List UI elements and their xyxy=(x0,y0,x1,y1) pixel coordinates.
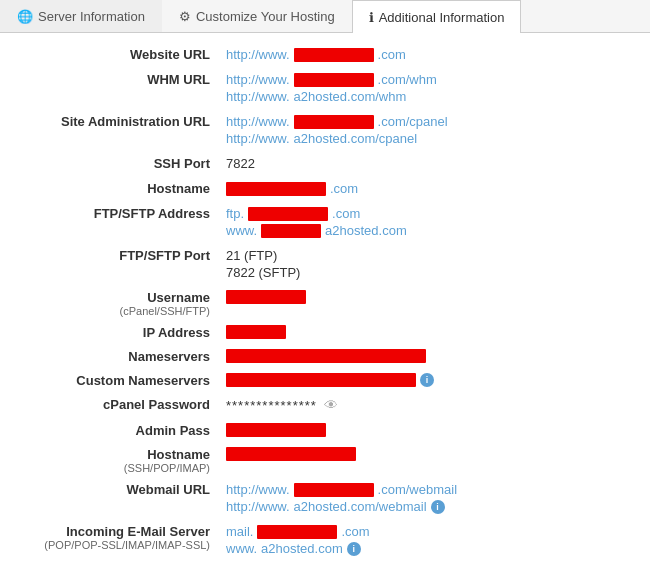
table-row: Site Administration URLhttp://www..com/c… xyxy=(20,110,630,152)
value-line: 7822 (SFTP) xyxy=(226,265,624,280)
row-value: mail..comwww.a2hosted.comi xyxy=(220,520,630,562)
tab-server-info-label: Server Information xyxy=(38,9,145,24)
value-line: http://www.a2hosted.com/webmaili xyxy=(226,499,624,514)
value-prefix: http://www. xyxy=(226,131,290,146)
redacted-block xyxy=(226,423,326,437)
info-icon[interactable]: i xyxy=(420,373,434,387)
redacted-block xyxy=(261,224,321,238)
value-line xyxy=(226,423,624,437)
value-suffix: a2hosted.com/whm xyxy=(294,89,407,104)
server-icon: 🌐 xyxy=(17,9,33,24)
row-sublabel: (cPanel/SSH/FTP) xyxy=(26,305,210,317)
value-prefix: http://www. xyxy=(226,499,290,514)
table-row: Hostname(SSH/POP/IMAP) xyxy=(20,443,630,478)
row-value xyxy=(220,321,630,345)
redacted-block xyxy=(294,115,374,129)
tab-customize[interactable]: ⚙ Customize Your Hosting xyxy=(162,0,352,32)
table-row: SSH Port7822 xyxy=(20,152,630,177)
row-label: Website URL xyxy=(20,43,220,68)
value-prefix: ftp. xyxy=(226,206,244,221)
value-line: http://www..com/webmail xyxy=(226,482,624,497)
row-label: WHM URL xyxy=(20,68,220,110)
value-prefix: http://www. xyxy=(226,114,290,129)
redacted-block xyxy=(294,483,374,497)
row-value: ***************👁 xyxy=(220,393,630,419)
table-row: Website URLhttp://www..com xyxy=(20,43,630,68)
table-row: Incoming E-Mail Server(POP/POP-SSL/IMAP/… xyxy=(20,520,630,562)
row-label: IP Address xyxy=(20,321,220,345)
row-label: Hostname(SSH/POP/IMAP) xyxy=(20,443,220,478)
value-suffix: a2hosted.com xyxy=(325,223,407,238)
table-row: Username(cPanel/SSH/FTP) xyxy=(20,286,630,321)
value-line: ftp..com xyxy=(226,206,624,221)
value-line: http://www..com/whm xyxy=(226,72,624,87)
table-row: FTP/SFTP Port21 (FTP)7822 (SFTP) xyxy=(20,244,630,286)
tab-server-info[interactable]: 🌐 Server Information xyxy=(0,0,162,32)
value-suffix: .com xyxy=(378,47,406,62)
row-value: ftp..comwww.a2hosted.com xyxy=(220,202,630,244)
value-prefix: www. xyxy=(226,223,257,238)
table-row: cPanel Password***************👁 xyxy=(20,393,630,419)
value-line xyxy=(226,290,624,304)
info-table: Website URLhttp://www..comWHM URLhttp://… xyxy=(20,43,630,562)
row-value: i xyxy=(220,369,630,393)
table-row: FTP/SFTP Addressftp..comwww.a2hosted.com xyxy=(20,202,630,244)
value-suffix: a2hosted.com/webmail xyxy=(294,499,427,514)
row-value: http://www..com/webmailhttp://www.a2host… xyxy=(220,478,630,520)
tabs-container: 🌐 Server Information ⚙ Customize Your Ho… xyxy=(0,0,650,33)
redacted-block xyxy=(294,73,374,87)
row-value: .com xyxy=(220,177,630,202)
redacted-block xyxy=(226,349,426,363)
redacted-block xyxy=(248,207,328,221)
value-line: http://www.a2hosted.com/cpanel xyxy=(226,131,624,146)
value-suffix: .com xyxy=(332,206,360,221)
value-suffix: .com/cpanel xyxy=(378,114,448,129)
table-row: Hostname.com xyxy=(20,177,630,202)
redacted-block xyxy=(257,525,337,539)
value-prefix: http://www. xyxy=(226,482,290,497)
value-prefix: http://www. xyxy=(226,89,290,104)
table-row: Nameservers xyxy=(20,345,630,369)
info-icon[interactable]: i xyxy=(431,500,445,514)
row-label: Username(cPanel/SSH/FTP) xyxy=(20,286,220,321)
row-label: FTP/SFTP Port xyxy=(20,244,220,286)
row-label: Custom Nameservers xyxy=(20,369,220,393)
table-row: Webmail URLhttp://www..com/webmailhttp:/… xyxy=(20,478,630,520)
tab-additional-label: Additional Information xyxy=(379,10,505,25)
table-row: Custom Nameserversi xyxy=(20,369,630,393)
value-prefix: www. xyxy=(226,541,257,556)
tab-customize-label: Customize Your Hosting xyxy=(196,9,335,24)
value-prefix: http://www. xyxy=(226,47,290,62)
value-line: http://www..com xyxy=(226,47,624,62)
tab-bar: 🌐 Server Information ⚙ Customize Your Ho… xyxy=(0,0,650,33)
value-suffix: .com xyxy=(341,524,369,539)
row-value: 21 (FTP)7822 (SFTP) xyxy=(220,244,630,286)
row-value xyxy=(220,286,630,321)
value-prefix: mail. xyxy=(226,524,253,539)
row-value: http://www..com/whmhttp://www.a2hosted.c… xyxy=(220,68,630,110)
value-line: 21 (FTP) xyxy=(226,248,624,263)
row-label: cPanel Password xyxy=(20,393,220,419)
row-value: http://www..com xyxy=(220,43,630,68)
value-line: www.a2hosted.com xyxy=(226,223,624,238)
row-label: FTP/SFTP Address xyxy=(20,202,220,244)
value-line: 7822 xyxy=(226,156,624,171)
redacted-block xyxy=(226,325,286,339)
row-label: Site Administration URL xyxy=(20,110,220,152)
redacted-block xyxy=(226,290,306,304)
info-icon[interactable]: i xyxy=(347,542,361,556)
redacted-block xyxy=(226,373,416,387)
info-tab-icon: ℹ xyxy=(369,10,374,25)
value-suffix: a2hosted.com xyxy=(261,541,343,556)
value-line xyxy=(226,325,624,339)
toggle-password-icon[interactable]: 👁 xyxy=(324,397,338,413)
value-line: i xyxy=(226,373,624,387)
customize-icon: ⚙ xyxy=(179,9,191,24)
tab-additional[interactable]: ℹ Additional Information xyxy=(352,0,522,33)
row-value xyxy=(220,443,630,478)
row-value xyxy=(220,419,630,443)
table-row: IP Address xyxy=(20,321,630,345)
row-label: Webmail URL xyxy=(20,478,220,520)
row-value: http://www..com/cpanelhttp://www.a2hoste… xyxy=(220,110,630,152)
value-line xyxy=(226,349,624,363)
